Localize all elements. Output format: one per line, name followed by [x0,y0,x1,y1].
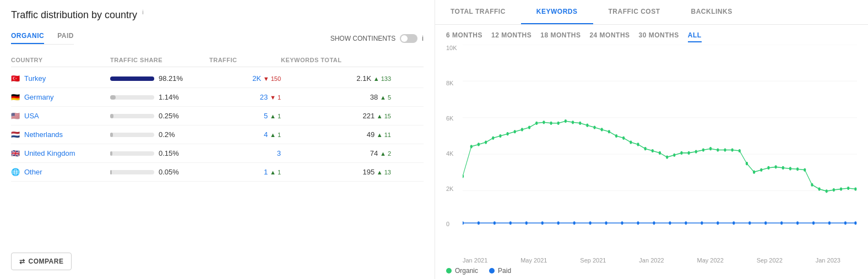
compare-icon: ⇄ [19,258,25,265]
organic-dot [446,268,452,273]
paid-dot [748,221,751,225]
y-labels: 10K8K6K4K2K0 [446,45,457,227]
country-name[interactable]: Other [24,168,42,176]
time-tab-6-months[interactable]: 6 MONTHS [446,31,482,42]
show-continents-info: i [422,35,424,42]
table-body: 🇹🇷Turkey98.21%2K ▼ 1502.1K ▲ 133🇩🇪German… [11,69,424,182]
traffic-value: 4 [264,130,268,139]
keywords-delta: ▲ 5 [380,94,391,101]
keywords-delta: ▲ 13 [377,169,391,176]
keywords-delta: ▲ 133 [373,75,391,82]
traffic-cell: 5 ▲ 1 [209,112,281,120]
paid-dot [573,221,576,225]
time-tab-18-months[interactable]: 18 MONTHS [540,31,581,42]
country-name[interactable]: USA [24,112,39,120]
paid-dot [812,221,815,225]
organic-dot [767,166,769,169]
col-header: TRAFFIC SHARE [110,57,209,63]
top-tab-backlinks[interactable]: BACKLINKS [676,0,748,24]
keywords-cell: 195 ▲ 13 [281,168,391,176]
top-tab-total-traffic[interactable]: TOTAL TRAFFIC [435,0,521,24]
organic-dot [760,168,762,172]
country-cell[interactable]: 🇺🇸USA [11,112,110,120]
organic-dot [688,151,690,155]
organic-dot [709,147,712,150]
legend-item-paid: Paid [489,267,511,275]
country-name[interactable]: Germany [24,93,53,101]
keywords-value: 38 [370,93,378,101]
y-label: 4K [446,150,457,157]
chart-area: 10K8K6K4K2K0 [435,45,868,255]
organic-dot [478,143,480,146]
organic-dot [463,174,464,178]
bar-track [110,170,154,174]
x-label: Sep 2021 [580,257,606,264]
country-name[interactable]: Netherlands [24,130,63,139]
time-tab-all[interactable]: ALL [688,31,702,42]
organic-dot [637,143,639,146]
paid-dot [478,221,480,225]
country-cell[interactable]: 🇳🇱Netherlands [11,130,110,139]
paid-dot [844,221,847,225]
country-name[interactable]: Turkey [24,74,46,83]
bar-track [110,133,154,137]
keywords-delta: ▲ 11 [377,132,391,138]
organic-dot [804,168,806,172]
time-tab-24-months[interactable]: 24 MONTHS [589,31,630,42]
traffic-delta: ▲ 1 [270,132,281,138]
organic-dot [506,132,508,135]
organic-dot [746,162,748,165]
organic-dot [550,122,552,125]
keywords-cell: 38 ▲ 5 [281,93,391,101]
organic-dot [695,150,697,153]
organic-dot [593,125,595,129]
top-tab-keywords[interactable]: KEYWORDS [521,0,593,24]
bar-fill [110,133,113,137]
traffic-delta: ▲ 1 [270,113,281,119]
paid-dot [637,221,639,225]
pct-label: 0.05% [159,168,179,176]
organic-dot [666,156,668,159]
flag-icon: 🇩🇪 [11,93,20,101]
paid-dot [509,221,512,225]
keywords-cell: 221 ▲ 15 [281,112,391,120]
traffic-value: 3 [277,149,281,157]
bar-cell: 0.15% [110,149,209,157]
x-label: Jan 2021 [463,257,487,264]
paid-dot [780,221,783,225]
paid-label: Paid [498,267,511,275]
tab-organic[interactable]: ORGANIC [11,29,44,44]
organic-dot [470,145,473,148]
bar-cell: 0.2% [110,130,209,139]
country-cell[interactable]: 🌐Other [11,168,110,176]
paid-dot [463,221,464,225]
organic-dot [739,149,741,152]
country-cell[interactable]: 🇬🇧United Kingdom [11,149,110,157]
time-tab-30-months[interactable]: 30 MONTHS [639,31,679,42]
time-tab-12-months[interactable]: 12 MONTHS [491,31,531,42]
bar-cell: 0.25% [110,112,209,120]
tab-paid[interactable]: PAID [57,29,74,44]
keywords-cell: 49 ▲ 11 [281,130,391,139]
traffic-cell: 1 ▲ 1 [209,168,281,176]
country-cell[interactable]: 🇩🇪Germany [11,93,110,101]
show-continents-toggle[interactable] [400,34,417,43]
top-tab-traffic-cost[interactable]: TRAFFIC COST [593,0,676,24]
country-cell[interactable]: 🇹🇷Turkey [11,74,110,83]
table-row: 🌐Other0.05%1 ▲ 1195 ▲ 13 [11,163,424,182]
show-continents-label: SHOW CONTINENTS [330,35,396,42]
organic-dot [717,148,719,151]
bar-fill [110,170,112,174]
paid-dot [669,221,671,225]
organic-dot [499,134,501,138]
organic-dot [854,187,856,190]
compare-button[interactable]: ⇄ COMPARE [11,253,72,270]
country-name[interactable]: United Kingdom [24,149,75,157]
table-header: COUNTRYTRAFFIC SHARETRAFFICKEYWORDS TOTA… [11,53,424,67]
traffic-delta: ▲ 1 [270,169,281,176]
bar-track [110,76,154,81]
paid-dot [557,221,560,225]
bar-track [110,151,154,156]
organic-dot [702,148,704,151]
col-header: KEYWORDS TOTAL [281,57,391,63]
